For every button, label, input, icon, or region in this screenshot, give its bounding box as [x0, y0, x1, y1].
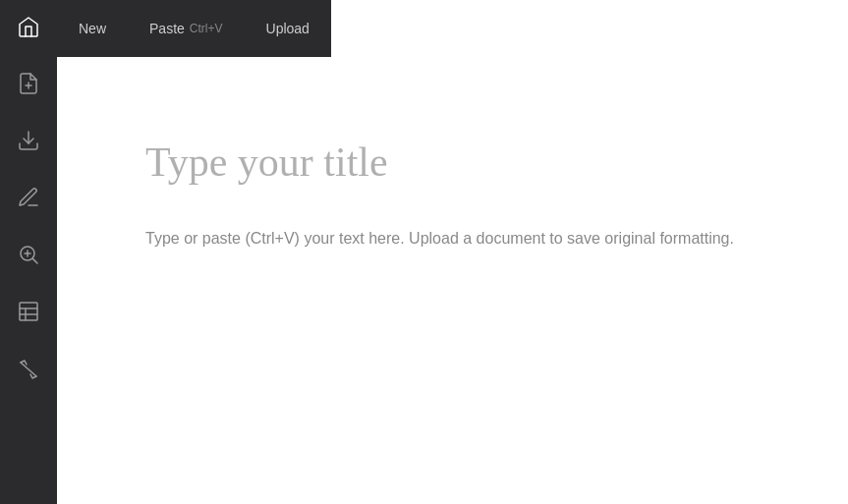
tools-icon — [17, 357, 40, 384]
main-area: New Paste Ctrl+V Upload Type your title … — [57, 0, 848, 504]
sidebar-item-tools[interactable] — [0, 342, 57, 399]
new-label: New — [79, 21, 106, 36]
home-icon — [17, 15, 40, 42]
sidebar-item-home[interactable] — [0, 0, 57, 57]
editor-content: Type your title Type or paste (Ctrl+V) y… — [57, 0, 848, 504]
sidebar-item-chart[interactable] — [0, 285, 57, 342]
dropdown-menu: New Paste Ctrl+V Upload — [57, 0, 331, 57]
download-icon — [17, 129, 40, 156]
doc-body-placeholder[interactable]: Type or paste (Ctrl+V) your text here. U… — [145, 226, 755, 252]
svg-rect-7 — [20, 303, 37, 320]
sidebar-item-file[interactable] — [0, 57, 57, 114]
file-icon — [17, 72, 40, 99]
sidebar-item-search[interactable] — [0, 228, 57, 285]
chart-icon — [17, 300, 40, 327]
search-icon — [17, 243, 40, 270]
sidebar-item-download[interactable] — [0, 114, 57, 171]
dropdown-upload[interactable]: Upload — [245, 0, 331, 57]
pen-icon — [17, 186, 40, 213]
dropdown-paste[interactable]: Paste Ctrl+V — [128, 0, 245, 57]
sidebar — [0, 0, 57, 504]
paste-label: Paste — [149, 21, 185, 36]
upload-label: Upload — [266, 21, 310, 36]
sidebar-item-pen[interactable] — [0, 171, 57, 228]
dropdown-new[interactable]: New — [57, 0, 128, 57]
svg-line-4 — [33, 259, 37, 263]
paste-shortcut: Ctrl+V — [190, 22, 223, 35]
svg-line-11 — [21, 363, 36, 376]
doc-title-placeholder[interactable]: Type your title — [145, 138, 760, 187]
